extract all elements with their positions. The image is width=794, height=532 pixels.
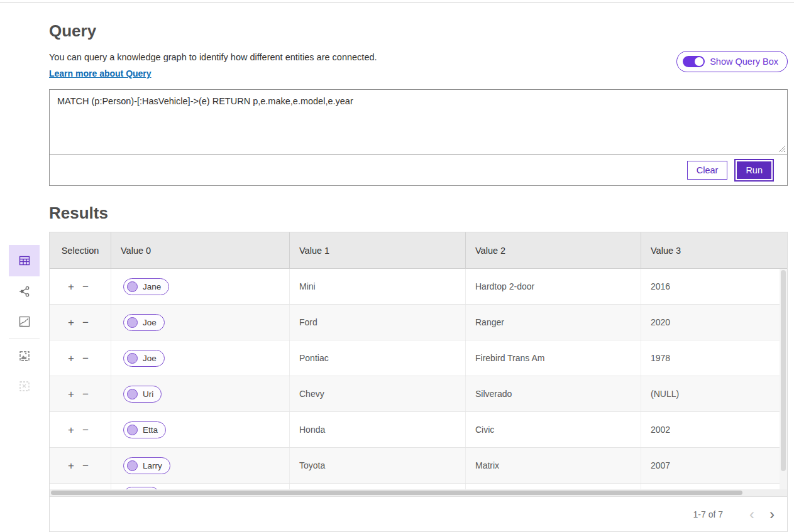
value2-cell: Firebird Trans Am: [465, 340, 641, 376]
remove-from-selection-button[interactable]: −: [82, 353, 89, 364]
value1-cell: Chevy: [289, 376, 465, 411]
results-title: Results: [49, 204, 788, 223]
query-input[interactable]: MATCH (p:Person)-[:HasVehicle]->(e) RETU…: [50, 90, 787, 155]
add-to-selection-button[interactable]: +: [68, 425, 74, 435]
table-view-icon: [18, 254, 31, 267]
value2-cell: Ranger: [465, 305, 641, 340]
query-page: Query You can query a knowledge graph to…: [49, 0, 788, 532]
entity-pill[interactable]: Larry: [123, 457, 170, 474]
add-to-selection-button[interactable]: +: [68, 389, 74, 399]
value2-cell: Hardtop 2-door: [465, 269, 641, 304]
entity-cell: Larry: [111, 448, 289, 483]
link-chart-icon: [18, 285, 31, 298]
next-page-icon[interactable]: ›: [769, 507, 775, 522]
entity-node-icon: [127, 317, 138, 328]
add-to-selection-button[interactable]: +: [68, 460, 74, 471]
add-to-selection-button[interactable]: +: [68, 353, 74, 364]
toggle-label: Show Query Box: [710, 57, 778, 67]
toolbar-divider: [9, 339, 40, 339]
value2-cell: [465, 484, 641, 489]
entity-name: Etta: [143, 425, 158, 435]
remove-from-selection-button[interactable]: −: [82, 460, 89, 471]
entity-name: Jane: [143, 282, 161, 291]
value1-cell: Honda: [289, 412, 465, 447]
column-header-value1: Value 1: [289, 232, 465, 268]
clear-button[interactable]: Clear: [687, 161, 728, 180]
horizontal-scrollbar-thumb[interactable]: [51, 491, 742, 495]
selection-cell: [50, 484, 111, 489]
value3-cell: (NULL): [641, 376, 787, 411]
results-table: Selection Value 0 Value 1 Value 2 Value …: [49, 232, 788, 532]
remove-from-selection-button[interactable]: −: [82, 281, 89, 292]
selection-cell: + −: [50, 340, 111, 376]
column-header-selection: Selection: [50, 232, 111, 268]
sidebar-item-table-view[interactable]: [9, 245, 40, 276]
new-map-icon: [18, 350, 31, 362]
add-to-selection-button[interactable]: +: [68, 281, 74, 292]
entity-pill[interactable]: Joe: [123, 314, 165, 331]
value3-cell: 2020: [641, 305, 787, 340]
show-query-box-toggle[interactable]: Show Query Box: [676, 51, 788, 72]
learn-more-link[interactable]: Learn more about Query: [49, 68, 152, 79]
sidebar-item-new-map-from-selection[interactable]: [9, 341, 40, 371]
query-box: MATCH (p:Person)-[:HasVehicle]->(e) RETU…: [49, 89, 788, 186]
sidebar-item-selection-tool: [9, 371, 40, 401]
toggle-switch-icon: [683, 56, 705, 67]
entity-pill[interactable]: Uri: [123, 386, 162, 403]
entity-cell: Joe: [111, 305, 289, 340]
map-view-icon: [18, 315, 31, 328]
vertical-scrollbar-thumb[interactable]: [781, 270, 786, 471]
entity-name: Uri: [143, 389, 153, 399]
entity-pill[interactable]: Joe: [123, 350, 165, 367]
entity-name: Larry: [143, 461, 162, 470]
table-row: + − Jane Mini Hardtop 2-door 2016: [50, 269, 787, 305]
selection-cell: + −: [50, 412, 111, 447]
sidebar-item-map-view[interactable]: [9, 307, 40, 337]
value1-cell: [289, 484, 465, 489]
value1-cell: Mini: [289, 269, 465, 304]
entity-name: Joe: [143, 318, 157, 327]
add-to-selection-button[interactable]: +: [68, 317, 74, 328]
selection-cell: + −: [50, 269, 111, 304]
value3-cell: 2007: [641, 448, 787, 483]
entity-pill[interactable]: Jane: [123, 278, 169, 295]
remove-from-selection-button[interactable]: −: [82, 425, 89, 435]
table-row: + − Joe Ford Ranger 2020: [50, 305, 787, 340]
entity-pill[interactable]: Etta: [123, 421, 166, 438]
value2-cell: Matrix: [465, 448, 641, 483]
value3-cell: 2016: [641, 269, 787, 304]
value1-cell: Pontiac: [289, 340, 465, 376]
remove-from-selection-button[interactable]: −: [82, 317, 89, 328]
entity-cell: Joe: [111, 340, 289, 376]
value1-cell: Toyota: [289, 448, 465, 483]
results-view-toolbar: [9, 245, 40, 401]
previous-page-icon[interactable]: ‹: [749, 507, 754, 522]
selection-cell: + −: [50, 376, 111, 411]
table-header-row: Selection Value 0 Value 1 Value 2 Value …: [50, 232, 787, 268]
selection-cell: + −: [50, 305, 111, 340]
page-title: Query: [49, 21, 788, 41]
entity-node-icon: [127, 353, 138, 364]
entity-name: Joe: [143, 354, 157, 363]
run-button[interactable]: Run: [736, 160, 773, 180]
entity-cell: Etta: [111, 412, 289, 447]
entity-node-icon: [127, 425, 138, 435]
table-row: + − Larry Toyota Matrix 2007: [50, 448, 787, 484]
sidebar-item-link-chart-view[interactable]: [9, 276, 40, 307]
value3-cell: 1978: [641, 340, 787, 376]
value3-cell: [641, 484, 787, 489]
vertical-scrollbar[interactable]: [780, 269, 787, 489]
horizontal-scrollbar[interactable]: [50, 489, 787, 496]
column-header-value0: Value 0: [111, 232, 289, 268]
value3-cell: 2002: [641, 412, 787, 447]
entity-cell: [111, 484, 289, 489]
selection-icon: [18, 380, 31, 393]
table-row: [50, 484, 787, 489]
column-header-value3: Value 3: [641, 232, 787, 268]
value2-cell: Civic: [465, 412, 641, 447]
remove-from-selection-button[interactable]: −: [82, 389, 89, 399]
table-row: + − Uri Chevy Silverado (NULL): [50, 376, 787, 412]
entity-cell: Uri: [111, 376, 289, 411]
page-range-label: 1-7 of 7: [693, 509, 723, 519]
table-row: + − Etta Honda Civic 2002: [50, 412, 787, 448]
